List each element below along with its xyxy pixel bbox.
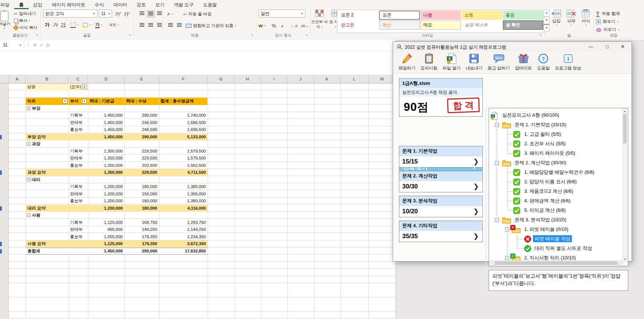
- style-표준[interactable]: 표준: [379, 11, 419, 20]
- pivot-row-label[interactable]: 홍보부: [69, 198, 88, 205]
- cell[interactable]: 1,450,000: [88, 134, 125, 141]
- format-painter-button[interactable]: 서식 복사: [14, 25, 37, 31]
- cell[interactable]: 1,450,000: [88, 126, 125, 134]
- insert-function-button[interactable]: fx: [45, 40, 51, 50]
- tree-item[interactable]: 3. 제품코드2 계산 (6/6): [523, 188, 575, 195]
- cell[interactable]: 1,293,750: [159, 219, 208, 226]
- pivot-group-cell[interactable]: 과장: [26, 140, 69, 148]
- pivot-total-label[interactable]: 총합계: [26, 248, 69, 255]
- cell[interactable]: 1,450,000: [88, 112, 125, 119]
- cell[interactable]: 1,200,000: [88, 191, 125, 198]
- tree-item[interactable]: 1. 배달담당별 배달누락건수 (6/6): [523, 169, 596, 176]
- cell[interactable]: 1,450,000: [88, 248, 125, 255]
- style-보통[interactable]: 보통: [462, 11, 502, 20]
- cell[interactable]: 290,000: [125, 248, 159, 255]
- percent-style-button[interactable]: %: [272, 23, 276, 29]
- tab-수식[interactable]: 수식: [90, 0, 108, 9]
- cell[interactable]: 995,000: [88, 226, 125, 233]
- pivot-row-label[interactable]: 판매부: [69, 191, 88, 198]
- cell[interactable]: 180,000: [125, 198, 159, 205]
- problem-card-3[interactable]: 문제 3. 분석작업10/20❯: [399, 196, 483, 217]
- pivot-filter-dropdown-icon[interactable]: ▼: [63, 99, 67, 104]
- align-dialog-launcher-icon[interactable]: ↘: [251, 33, 254, 37]
- pivot-group-cell[interactable]: 대리: [26, 176, 69, 184]
- cell[interactable]: 3,672,350: [159, 240, 208, 248]
- cell[interactable]: 1,350,000: [88, 155, 125, 162]
- shrink-font-button[interactable]: 가˅: [123, 10, 131, 17]
- pivot-row-label[interactable]: 판매부: [69, 155, 88, 162]
- style-셀 확인[interactable]: 셀 확인: [503, 20, 543, 30]
- number-dialog-launcher-icon[interactable]: ↘: [305, 33, 308, 37]
- insert-cells-button[interactable]: 삽입˅: [549, 10, 563, 26]
- italic-button[interactable]: 가: [51, 21, 59, 29]
- cell[interactable]: 4,116,000: [159, 205, 208, 212]
- cell[interactable]: 1,696,500: [159, 126, 208, 134]
- style-설명 텍스트[interactable]: 설명 텍스트: [462, 20, 502, 30]
- tree-item[interactable]: 5. 이익금 계산 (6/6): [523, 207, 567, 214]
- cell[interactable]: 1,125,000: [88, 219, 125, 226]
- tab-검토[interactable]: 검토: [132, 0, 151, 9]
- cell[interactable]: 149,250: [125, 226, 159, 233]
- tab-홈[interactable]: 홈: [14, 0, 29, 9]
- cell[interactable]: 290,000: [125, 112, 159, 119]
- styles-dialog-launcher-icon[interactable]: ↘: [539, 33, 542, 37]
- tree-item[interactable]: 1. 고급 필터 (5/5): [523, 131, 562, 138]
- copy-button[interactable]: 복사 ˅: [14, 18, 30, 24]
- style-표준 2[interactable]: 표준 2: [338, 11, 378, 20]
- wrap-text-button[interactable]: ↩자동 줄 바꿈: [183, 11, 212, 17]
- font-dialog-launcher-icon[interactable]: ↘: [128, 33, 131, 37]
- cell[interactable]: 168,750: [125, 219, 159, 226]
- cell[interactable]: 1,234,350: [159, 233, 208, 241]
- gallery-scroll-down-button[interactable]: ▼: [544, 17, 549, 24]
- cell[interactable]: 1,144,250: [159, 226, 208, 233]
- toolbar-도움말[interactable]: ?도움말: [534, 52, 552, 71]
- number-format-combo[interactable]: 일반▼: [259, 10, 306, 18]
- tab-개발 도구[interactable]: 개발 도구: [169, 0, 198, 9]
- format-cells-button[interactable]: 서식˅: [579, 10, 593, 26]
- gallery-more-button[interactable]: ▼: [544, 24, 549, 32]
- cell[interactable]: 1,579,500: [159, 148, 208, 155]
- cell[interactable]: 1,552,500: [159, 162, 208, 169]
- underline-button[interactable]: 가: [59, 21, 67, 29]
- cell[interactable]: 1,350,000: [88, 162, 125, 169]
- cell[interactable]: 1,350,000: [88, 148, 125, 155]
- pivot-filter-dropdown-icon[interactable]: ▼: [82, 99, 87, 104]
- formula-bar-splitter-icon[interactable]: ⋮: [25, 40, 32, 50]
- pivot-row-label[interactable]: 기획부: [69, 148, 88, 155]
- cancel-entry-button[interactable]: ✕: [32, 40, 38, 50]
- style-메모[interactable]: 메모: [421, 20, 461, 30]
- borders-button[interactable]: ˅: [70, 22, 79, 28]
- tree-item[interactable]: 문제 3. 분석작업 (10/20): [513, 216, 568, 223]
- cell[interactable]: 1,200,000: [88, 198, 125, 205]
- align-center-button[interactable]: [147, 22, 155, 29]
- align-top-button[interactable]: [138, 10, 146, 18]
- tree-item[interactable]: 2. 조건부 서식 (5/5): [523, 140, 567, 147]
- cell[interactable]: 5,133,000: [159, 134, 208, 141]
- cut-button[interactable]: ✂ 잘라내기: [14, 11, 36, 17]
- tree-item[interactable]: 대리 직위 별도 시트로 작성: [533, 245, 593, 252]
- problem-card-1[interactable]: 문제 1. 기본작업15/15❯: [399, 146, 483, 168]
- cell[interactable]: 229,500: [125, 155, 159, 162]
- font-name-combo[interactable]: 맑은 고딕▼: [43, 10, 97, 18]
- tab-파일[interactable]: 파일: [0, 0, 14, 9]
- pivot-row-label[interactable]: 기획부: [69, 183, 88, 191]
- cell[interactable]: 1,380,000: [159, 198, 208, 205]
- font-size-combo[interactable]: 11▼: [99, 10, 112, 18]
- close-button[interactable]: ✕: [618, 43, 628, 51]
- cell[interactable]: 1,380,000: [159, 183, 208, 191]
- pivot-row-label[interactable]: 홍보부: [69, 162, 88, 169]
- align-right-button[interactable]: [156, 22, 163, 29]
- cell[interactable]: 246,500: [125, 119, 159, 127]
- pivot-total-label[interactable]: 과장 요약: [26, 169, 69, 176]
- toolbar-업데이트[interactable]: 업데이트: [512, 52, 534, 71]
- toolbar-내보내기[interactable]: 내보내기: [463, 52, 485, 71]
- scroll-right-icon[interactable]: ›: [618, 261, 623, 265]
- cell[interactable]: 180,000: [125, 205, 159, 212]
- cell[interactable]: 17,632,850: [159, 248, 208, 255]
- pivot-row-label[interactable]: 기획부: [69, 112, 88, 119]
- tree-expand-button[interactable]: −: [495, 161, 499, 165]
- tree-expand-button[interactable]: −: [495, 218, 499, 222]
- hscroll-thumb[interactable]: [495, 261, 618, 265]
- formula-input[interactable]: [53, 40, 396, 50]
- dialog-title-bar[interactable]: 2022 길벗 컴퓨터활용능력 1급 실기 채점프로그램 — □ ✕: [393, 42, 632, 52]
